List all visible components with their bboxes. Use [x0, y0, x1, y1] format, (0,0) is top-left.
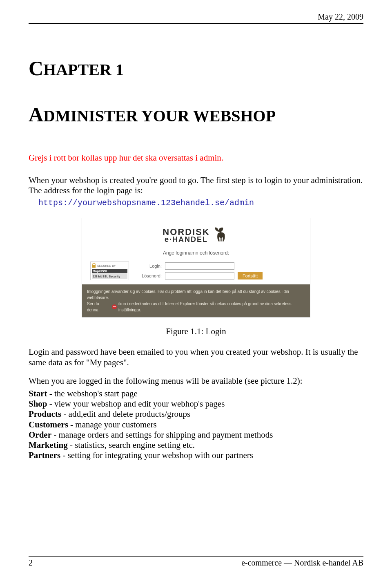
term-customers: Customers: [29, 420, 68, 429]
login-input[interactable]: [165, 262, 234, 270]
chapter-title: ADMINISTER YOUR WEBSHOP: [29, 103, 363, 126]
chapter-label-initial: C: [29, 57, 43, 80]
term-start: Start: [29, 389, 47, 398]
login-subtitle: Ange loginnamn och lösenord:: [163, 250, 229, 256]
ssl-bits: 128 bit SSL Security: [92, 274, 127, 279]
footer-brand: e-commerce — Nordisk e-handel AB: [241, 558, 363, 568]
login-box: NORDISK e·HANDEL Ange loginnamn och löse…: [82, 218, 310, 317]
paragraph-menus-intro: When you are logged in the following men…: [29, 376, 363, 386]
chapter-label-rest: HAPTER 1: [43, 60, 124, 79]
svg-rect-0: [92, 265, 96, 268]
translator-note: Grejs i rott bor kollas upp hur det ska …: [29, 153, 363, 163]
moose-icon: [212, 226, 229, 243]
login-label: Login:: [133, 264, 162, 268]
ssl-badge: SECURED BY RapidSSL 128 bit SSL Security: [90, 262, 129, 280]
list-item: Start - the webshop's start page: [29, 389, 363, 399]
chapter-label: CHAPTER 1: [29, 56, 363, 80]
lock-icon: [92, 263, 96, 268]
password-label: Lösenord:: [133, 273, 162, 278]
intro-paragraph: When your webshop is created you're good…: [29, 175, 363, 196]
logo-line2: e·HANDEL: [165, 236, 208, 243]
desc-partners: - setting for integrating your webshop w…: [60, 450, 253, 460]
term-marketing: Marketing: [29, 440, 68, 450]
desc-marketing: - statistics, search engine setting etc.: [68, 440, 195, 450]
header-date: May 22, 2009: [29, 12, 363, 23]
term-shop: Shop: [29, 399, 47, 409]
figure-caption: Figure 1.1: Login: [166, 326, 226, 337]
desc-start: - the webshop's start page: [47, 389, 138, 398]
login-figure: NORDISK e·HANDEL Ange loginnamn och löse…: [29, 218, 363, 337]
desc-shop: - view your webshop and edit your webhop…: [47, 399, 225, 409]
list-item: Customers - manage your customers: [29, 420, 363, 430]
page-number: 2: [29, 558, 33, 568]
cookie-notice: Inloggningen använder sig av cookies. Ha…: [82, 284, 310, 317]
term-partners: Partners: [29, 450, 60, 460]
desc-products: - add,edit and delete products/groups: [61, 409, 190, 419]
term-order: Order: [29, 430, 51, 440]
list-item: Order - manage orders and settings for s…: [29, 430, 363, 440]
login-url: https://yourwebshopsname.123ehandel.se/a…: [29, 198, 363, 208]
list-item: Marketing - statistics, search engine se…: [29, 440, 363, 450]
chapter-title-rest: DMINISTER YOUR WEBSHOP: [43, 107, 276, 125]
password-input[interactable]: [165, 272, 234, 279]
list-item: Shop - view your webshop and edit your w…: [29, 399, 363, 409]
paragraph-login-info: Login and password have been emailed to …: [29, 347, 363, 367]
term-products: Products: [29, 409, 61, 419]
continue-button[interactable]: Fortsätt: [238, 272, 263, 279]
list-item: Products - add,edit and delete products/…: [29, 409, 363, 419]
header-divider: [29, 23, 363, 24]
cookie-notice-line2b: ikon i nederkanten av ditt Internet Expl…: [118, 301, 305, 313]
chapter-title-initial: A: [29, 103, 43, 126]
footer-divider: [29, 556, 363, 557]
list-item: Partners - setting for integrating your …: [29, 450, 363, 461]
login-form-area: SECURED BY RapidSSL 128 bit SSL Security…: [90, 262, 302, 280]
menu-definition-list: Start - the webshop's start page Shop - …: [29, 389, 363, 461]
page-footer: 2 e-commerce — Nordisk e-handel AB: [29, 556, 363, 568]
no-entry-icon: [112, 304, 117, 309]
ssl-brand: RapidSSL: [92, 269, 127, 273]
cookie-notice-line1: Inloggningen använder sig av cookies. Ha…: [87, 288, 305, 301]
desc-order: - manage orders and settings for shippin…: [51, 430, 273, 440]
ssl-secured-by: SECURED BY: [97, 264, 116, 267]
desc-customers: - manage your customers: [68, 420, 157, 429]
cookie-notice-line2a: Ser du denna: [87, 301, 110, 313]
brand-logo: NORDISK e·HANDEL: [163, 226, 229, 243]
